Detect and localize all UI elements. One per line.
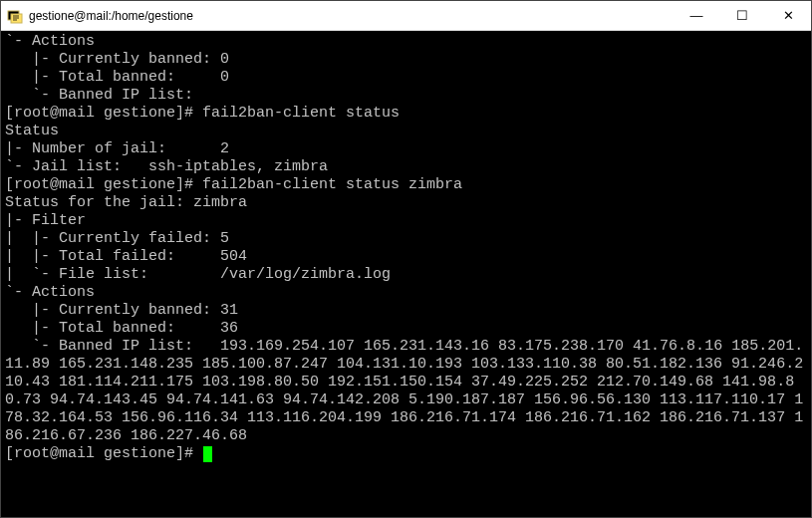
- maximize-button[interactable]: ☐: [719, 1, 765, 30]
- cursor: [203, 446, 212, 462]
- terminal-prompt: [root@mail gestione]#: [5, 445, 202, 462]
- window-title: gestione@mail:/home/gestione: [29, 9, 674, 23]
- terminal-output: `- Actions |- Currently banned: 0 |- Tot…: [5, 33, 803, 444]
- putty-icon: [7, 8, 23, 24]
- terminal[interactable]: `- Actions |- Currently banned: 0 |- Tot…: [1, 31, 811, 517]
- window: gestione@mail:/home/gestione — ☐ ✕ `- Ac…: [0, 0, 812, 518]
- minimize-button[interactable]: —: [674, 1, 719, 30]
- svg-rect-1: [11, 14, 22, 23]
- window-controls: — ☐ ✕: [674, 1, 811, 30]
- close-button[interactable]: ✕: [765, 1, 811, 30]
- titlebar[interactable]: gestione@mail:/home/gestione — ☐ ✕: [1, 1, 811, 31]
